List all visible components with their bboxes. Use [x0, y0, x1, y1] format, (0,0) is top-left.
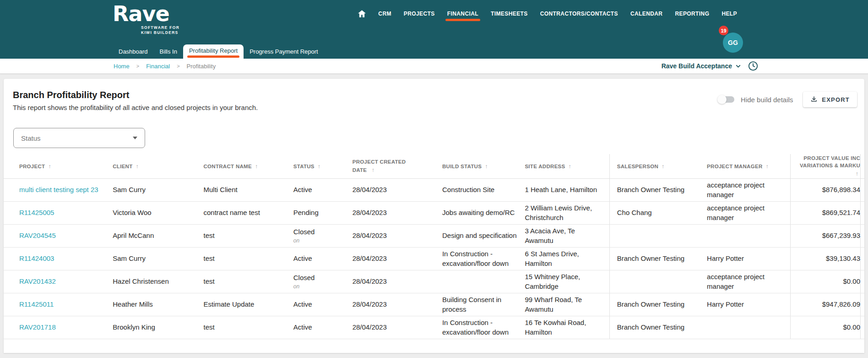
status-cell: Active — [293, 323, 353, 332]
col-header-site-address[interactable]: SITE ADDRESS↑ — [525, 163, 609, 170]
tab-profitability-report[interactable]: Profitability Report — [183, 44, 244, 59]
sort-asc-icon: ↑ — [791, 170, 858, 178]
company-selector[interactable]: Rave Build Acceptance — [662, 62, 742, 70]
created-date-cell: 28/04/2023 — [353, 254, 442, 263]
logo-wordmark: Rave — [113, 3, 179, 25]
created-date-cell: 28/04/2023 — [353, 300, 442, 309]
sort-asc-icon: ↑ — [569, 163, 571, 170]
sort-asc-icon: ↑ — [48, 163, 51, 170]
nav-item-crm[interactable]: CRM — [378, 11, 391, 17]
col-header-salesperson[interactable]: SALESPERSON↑ — [609, 154, 707, 178]
created-date-cell: 28/04/2023 — [353, 323, 442, 332]
clock-icon[interactable] — [748, 61, 758, 71]
tab-dashboard[interactable]: Dashboard — [113, 45, 154, 59]
breadcrumb: Home > Financial > Profitability — [114, 63, 216, 70]
contract-cell: test — [203, 323, 293, 332]
download-icon — [810, 96, 818, 103]
tab-bills-in[interactable]: Bills In — [154, 45, 183, 59]
project-manager-cell: acceptance project manager — [707, 181, 790, 199]
project-value-cell: $876,898.34 — [790, 179, 861, 201]
table-row: R11425011 Heather Mills Estimate Update … — [4, 293, 864, 316]
breadcrumb-financial[interactable]: Financial — [146, 63, 170, 70]
project-link[interactable]: R11424003 — [19, 254, 54, 263]
col-header-project[interactable]: PROJECT↑ — [19, 163, 113, 170]
contract-cell: test — [203, 231, 293, 240]
project-manager-cell: acceptance project manager — [707, 272, 790, 291]
site-address-cell: 99 Wharf Road, Te Awamutu — [525, 295, 609, 314]
project-link[interactable]: R11425005 — [19, 208, 54, 217]
nav-item-projects[interactable]: PROJECTS — [404, 11, 435, 17]
client-cell: Heather Mills — [113, 300, 203, 309]
project-link[interactable]: RAV201432 — [19, 277, 56, 286]
build-status-cell: Jobs awaiting demo/RC — [442, 208, 525, 217]
user-menu: 19 GG — [719, 26, 751, 55]
col-header-build-status[interactable]: BUILD STATUS↑ — [442, 163, 525, 170]
col-header-project-manager[interactable]: PROJECT MANAGER↑ — [707, 163, 790, 170]
created-date-cell: 28/04/2023 — [353, 208, 442, 217]
site-address-cell: 3 Acacia Ave, Te Awamutu — [525, 226, 609, 245]
project-link[interactable]: RAV201718 — [19, 323, 56, 332]
col-header-project-created-date[interactable]: PROJECT CREATED DATE ↑ — [353, 158, 442, 175]
breadcrumb-separator: > — [177, 63, 179, 69]
client-cell: Victoria Woo — [113, 208, 203, 217]
contract-cell: contract name test — [203, 208, 293, 217]
page-title: Branch Profitability Report — [13, 90, 258, 100]
breadcrumb-current: Profitability — [187, 63, 216, 70]
main-nav: CRM PROJECTS FINANCIAL TIMESHEETS CONTRA… — [358, 10, 737, 17]
app-header: Rave SOFTWARE FOR KIWI BUILDERS CRM PROJ… — [0, 0, 868, 59]
status-cell: Active — [293, 254, 353, 263]
nav-item-financial[interactable]: FINANCIAL — [447, 11, 478, 17]
sort-asc-icon: ↑ — [318, 163, 320, 170]
report-card: Branch Profitability Report This report … — [4, 79, 864, 353]
client-cell: Sam Curry — [113, 254, 203, 263]
nav-item-reporting[interactable]: REPORTING — [675, 11, 709, 17]
col-header-client[interactable]: CLIENT↑ — [113, 163, 203, 170]
salesperson-cell — [609, 225, 707, 247]
active-tab-underline — [187, 55, 239, 58]
rave-logo[interactable]: Rave SOFTWARE FOR KIWI BUILDERS — [113, 3, 179, 35]
contract-cell: test — [203, 254, 293, 263]
nav-item-calendar[interactable]: CALENDAR — [630, 11, 663, 17]
active-nav-underline — [445, 19, 480, 21]
col-header-project-value[interactable]: PROJECT VALUE INC VARIATIONS & MARKUP ↑ — [790, 154, 861, 178]
status-cell: Closedon — [293, 273, 353, 290]
build-status-cell: Building Consent in process — [442, 295, 525, 314]
project-manager-cell: acceptance project manager — [707, 204, 790, 222]
nav-item-help[interactable]: HELP — [722, 11, 737, 17]
project-manager-cell: Harry Potter — [707, 254, 790, 263]
client-cell: Sam Curry — [113, 185, 203, 194]
table-row: R11424003 Sam Curry test Active 28/04/20… — [4, 248, 864, 270]
nav-item-timesheets[interactable]: TIMESHEETS — [491, 11, 528, 17]
client-cell: April McCann — [113, 231, 203, 240]
hide-build-details-toggle[interactable] — [719, 96, 734, 103]
sort-asc-icon: ↑ — [485, 163, 488, 170]
export-button[interactable]: EXPORT — [803, 92, 857, 107]
created-date-cell: 28/04/2023 — [353, 185, 442, 194]
breadcrumb-bar: Home > Financial > Profitability Rave Bu… — [0, 59, 868, 74]
salesperson-cell: Branch Owner Testing — [609, 248, 707, 270]
dropdown-caret-icon — [133, 137, 137, 139]
status-filter-select[interactable]: Status — [13, 128, 145, 148]
col-header-contract-name[interactable]: CONTRACT NAME↑ — [203, 163, 293, 170]
project-link[interactable]: multi client testing sept 23 — [19, 185, 98, 194]
status-cell: Active — [293, 300, 353, 309]
col-header-status[interactable]: STATUS↑ — [293, 163, 353, 170]
site-address-cell: 6 St James Drive, Hamilton — [525, 249, 609, 268]
report-header: Branch Profitability Report This report … — [4, 79, 864, 111]
tab-progress-payment-report[interactable]: Progress Payment Report — [244, 45, 324, 59]
avatar[interactable]: GG — [723, 33, 743, 53]
status-cell: Closedon — [293, 227, 353, 244]
created-date-cell: 28/04/2023 — [353, 231, 442, 240]
table-row: RAV201718 Brooklyn King test Active 28/0… — [4, 316, 864, 339]
project-link[interactable]: R11425011 — [19, 300, 54, 309]
created-date-cell: 28/04/2023 — [353, 277, 442, 286]
sort-asc-icon: ↑ — [372, 167, 374, 173]
nav-item-contractors-contacts[interactable]: CONTRACTORS/CONTACTS — [540, 11, 618, 17]
breadcrumb-home[interactable]: Home — [114, 63, 130, 70]
project-manager-cell: Harry Potter — [707, 300, 790, 309]
chevron-down-icon — [735, 63, 742, 70]
project-link[interactable]: RAV204545 — [19, 231, 56, 240]
home-icon[interactable] — [358, 10, 366, 17]
filter-row: Status — [4, 111, 864, 148]
table-row: RAV201432 Hazel Christensen test Closedo… — [4, 270, 864, 293]
